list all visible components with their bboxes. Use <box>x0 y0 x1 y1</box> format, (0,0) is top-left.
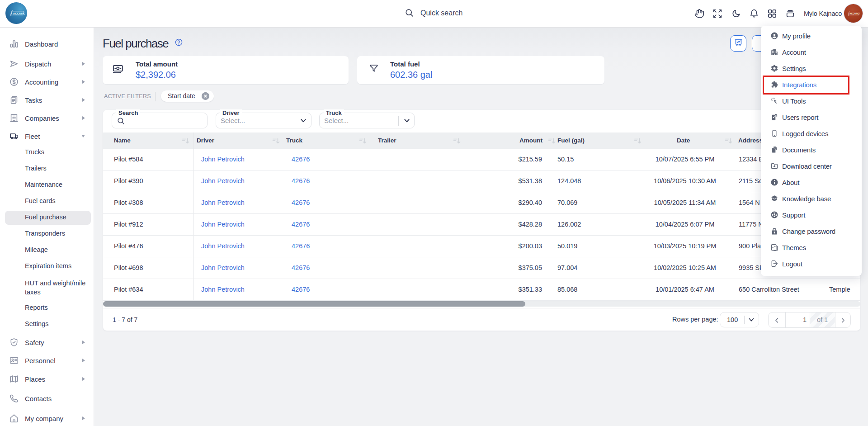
svg-text:ACCURO: ACCURO <box>849 13 859 15</box>
svg-text:ACCURO: ACCURO <box>13 12 25 15</box>
